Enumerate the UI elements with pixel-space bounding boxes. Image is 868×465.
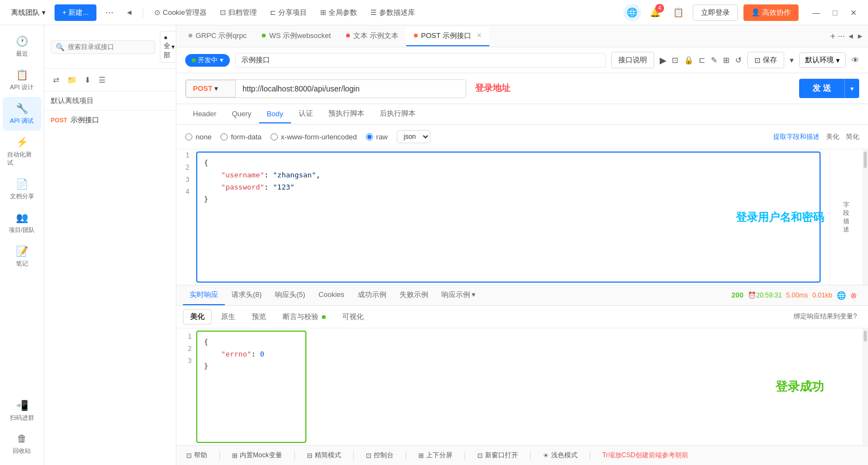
resp-tab-realtime[interactable]: 实时响应 <box>183 285 225 305</box>
filter-select[interactable]: ● 全部 ▾ <box>160 31 179 63</box>
resp-tab-fail-example[interactable]: 失败示例 <box>393 285 435 305</box>
resp-content-tab-raw[interactable]: 原生 <box>214 309 242 325</box>
tabs-bar: GRPC 示例qrpc WS 示例websocket 文本 示例文本 POST … <box>176 25 868 47</box>
sidebar-item-doc-share[interactable]: 📄 文档分享 <box>3 172 41 206</box>
cookie-manager-nav[interactable]: ⊙ Cookie管理器 <box>150 6 211 20</box>
beautify-button[interactable]: 美化 <box>826 132 839 142</box>
more-button[interactable]: ··· <box>101 4 118 20</box>
resp-tab-resp-example[interactable]: 响应示例 ▾ <box>435 285 483 305</box>
bind-resp-button[interactable]: 绑定响应结果到变量? <box>794 312 861 321</box>
resp-tab-response-headers[interactable]: 响应头(5) <box>268 285 312 305</box>
login-button[interactable]: 立即登录 <box>693 4 738 21</box>
none-radio[interactable]: none <box>185 133 212 141</box>
sidebar-item-auto-test[interactable]: ⚡ 自动化测试 <box>3 131 41 172</box>
search-box[interactable]: 🔍 <box>51 40 155 54</box>
send-button[interactable]: 发 送 <box>799 79 844 98</box>
history-button[interactable]: 📋 <box>670 4 687 21</box>
maximize-button[interactable]: □ <box>827 5 843 20</box>
method-select[interactable]: POST ▾ <box>186 80 235 98</box>
console-button[interactable]: ⊡ 控制台 <box>363 448 397 462</box>
sidebar-item-trash[interactable]: 🗑 回收站 <box>3 428 41 461</box>
list-icon-btn[interactable]: ☰ <box>96 73 108 86</box>
add-tab-button[interactable]: + <box>831 31 835 41</box>
minimize-button[interactable]: — <box>808 5 824 20</box>
save-button[interactable]: ⊡ 保存 <box>747 52 784 68</box>
env-select[interactable]: 默认环境 ▾ <box>799 52 846 68</box>
format-select[interactable]: json <box>397 130 430 143</box>
tab-post[interactable]: POST 示例接口 ✕ <box>406 26 489 46</box>
search-globe-button[interactable]: 🌐 <box>623 4 641 21</box>
close-button[interactable]: ✕ <box>846 5 861 20</box>
save-dropdown-button[interactable]: ▾ <box>790 56 794 64</box>
sync-icon-btn[interactable]: ⇄ <box>51 73 62 86</box>
run-icon-button[interactable]: ▶ <box>660 55 666 66</box>
collab-button[interactable]: 👤 高效协作 <box>743 4 799 21</box>
resp-tab-success-example[interactable]: 成功示例 <box>351 285 393 305</box>
req-tab-header[interactable]: Header <box>185 105 224 123</box>
status-badge[interactable]: 开发中 ▾ <box>185 54 230 67</box>
resp-tab-cookies[interactable]: Cookies <box>312 286 351 304</box>
share-nav[interactable]: ⊏ 分享项目 <box>266 6 311 20</box>
req-tab-auth[interactable]: 认证 <box>291 104 321 124</box>
new-button[interactable]: + 新建... <box>55 4 96 21</box>
sidebar-item-notes[interactable]: 📝 笔记 <box>3 240 41 273</box>
edit-icon-button[interactable]: ✎ <box>711 56 718 64</box>
global-params-nav[interactable]: ⊞ 全局参数 <box>316 6 362 20</box>
archive-nav[interactable]: ⊡ 归档管理 <box>215 6 261 20</box>
sidebar-item-api-design[interactable]: 📋 API 设计 <box>3 63 41 97</box>
req-tab-post-script[interactable]: 后执行脚本 <box>372 104 423 124</box>
interface-name-input[interactable] <box>235 53 606 68</box>
share-icon-button[interactable]: ⊏ <box>699 56 705 64</box>
tab-ws[interactable]: WS 示例websocket <box>254 26 338 46</box>
resp-content-tab-assertion[interactable]: 断言与校验 <box>276 309 333 325</box>
extract-fields-button[interactable]: 提取字段和描述 <box>773 132 820 142</box>
more-tabs-button[interactable]: ··· <box>838 31 845 41</box>
sidebar-item-scan-group[interactable]: 📲 扫码进群 <box>3 394 41 428</box>
raw-radio[interactable]: raw <box>366 133 388 141</box>
globe-icon[interactable]: 🌐 <box>837 291 846 300</box>
copy-icon-button[interactable]: ⊡ <box>672 56 678 64</box>
sidebar-item-api-test[interactable]: 🔧 API 调试 <box>3 97 41 131</box>
download-icon-btn[interactable]: ⬇ <box>82 73 93 86</box>
search-input[interactable] <box>68 43 150 51</box>
send-dropdown-button[interactable]: ▾ <box>844 79 859 98</box>
resp-tab-request-headers[interactable]: 请求头(8) <box>225 285 268 305</box>
new-window-button[interactable]: ⊡ 新窗口打开 <box>474 448 521 462</box>
mock-button[interactable]: ⊞ 内置Mock变量 <box>229 448 285 462</box>
help-button[interactable]: ⊡ 帮助 <box>183 448 211 462</box>
expand-csd-button[interactable]: Tr缩放CSD创建前端参考朝前 <box>599 448 692 462</box>
resp-content-tab-visualize[interactable]: 可视化 <box>335 309 371 325</box>
eye-icon-button[interactable]: 👁 <box>851 56 859 64</box>
resp-content-tab-beautify[interactable]: 美化 <box>183 309 212 325</box>
req-tab-query[interactable]: Query <box>224 105 259 123</box>
nav-prev-tab-button[interactable]: ◄ <box>847 32 854 40</box>
request-body-code[interactable]: { "username": "zhangsan", "password": "1… <box>196 152 821 283</box>
tab-text[interactable]: 文本 示例文本 <box>338 26 406 46</box>
lock-icon-button[interactable]: 🔒 <box>684 56 693 64</box>
split-button[interactable]: ⊞ 上下分屏 <box>415 448 456 462</box>
sidebar-item-recent[interactable]: 🕐 最近 <box>3 30 41 63</box>
simple-mode-button[interactable]: ⊟ 精简模式 <box>304 448 344 462</box>
urlencoded-radio[interactable]: x-www-form-urlencoded <box>271 133 357 141</box>
req-tab-pre-script[interactable]: 预执行脚本 <box>321 104 372 124</box>
folder-icon-btn[interactable]: 📁 <box>65 73 79 86</box>
tab-close-icon[interactable]: ✕ <box>477 32 482 39</box>
api-item[interactable]: POST 示例接口 <box>44 111 176 129</box>
param-desc-nav[interactable]: ☰ 参数描述库 <box>366 6 419 20</box>
notification-button[interactable]: 🔔 4 <box>646 4 664 21</box>
req-tab-body[interactable]: Body <box>259 105 291 123</box>
back-button[interactable]: ◄ <box>122 6 136 19</box>
tab-grpc[interactable]: GRPC 示例qrpc <box>181 26 254 46</box>
open-icon-button[interactable]: ⊞ <box>723 56 730 64</box>
form-data-radio[interactable]: form-data <box>220 133 262 141</box>
error-icon[interactable]: ⊗ <box>850 291 857 300</box>
sidebar-item-project-team[interactable]: 👥 项目/团队 <box>3 206 41 240</box>
refresh-icon-button[interactable]: ↺ <box>735 56 742 64</box>
simplify-button[interactable]: 简化 <box>846 132 859 142</box>
url-input[interactable] <box>235 80 466 98</box>
nav-next-tab-button[interactable]: ► <box>856 32 864 40</box>
team-selector[interactable]: 离线团队 ▾ <box>7 6 50 20</box>
light-mode-button[interactable]: ☀ 浅色模式 <box>540 448 581 462</box>
interface-doc-button[interactable]: 接口说明 <box>611 52 654 68</box>
resp-content-tab-preview[interactable]: 预览 <box>245 309 273 325</box>
